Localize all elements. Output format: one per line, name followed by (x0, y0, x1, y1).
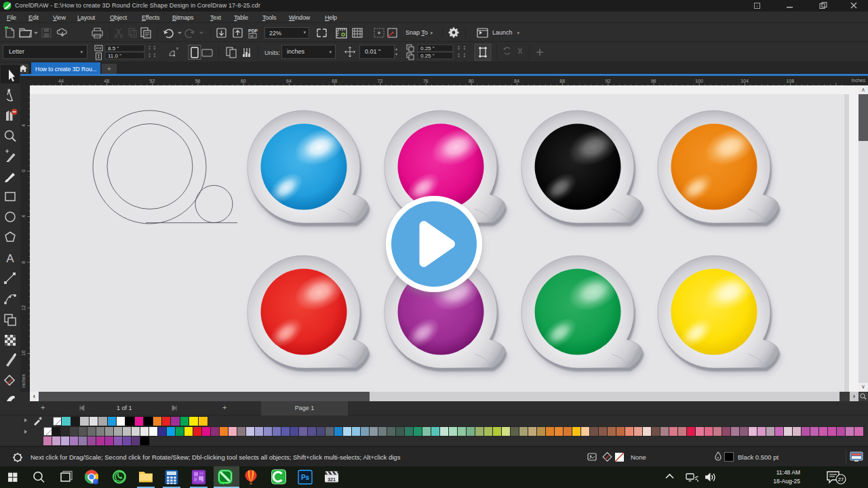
svg-text:76: 76 (423, 79, 429, 83)
svg-text:60: 60 (241, 79, 246, 83)
svg-text:48: 48 (104, 79, 109, 83)
svg-text:Units:: Units: (264, 49, 280, 56)
svg-text:0.25 ": 0.25 " (420, 53, 435, 59)
svg-text:PDF: PDF (248, 28, 258, 33)
svg-text:92: 92 (606, 79, 611, 83)
svg-text:8.5 ": 8.5 " (108, 45, 119, 52)
svg-text:56: 56 (195, 79, 201, 83)
svg-text:68: 68 (332, 79, 337, 83)
svg-text:0.25 ": 0.25 " (420, 45, 435, 52)
svg-text:72: 72 (378, 79, 383, 83)
svg-text:100: 100 (695, 79, 703, 83)
svg-text:108: 108 (786, 79, 794, 83)
svg-text:i: i (757, 4, 757, 8)
svg-text:84: 84 (514, 79, 519, 83)
svg-text:A: A (6, 252, 14, 265)
svg-text:44: 44 (58, 79, 64, 83)
svg-text:11.0 ": 11.0 " (108, 53, 121, 59)
svg-text:inches: inches (21, 373, 26, 388)
svg-text:27: 27 (838, 476, 844, 483)
svg-text:64: 64 (286, 79, 292, 83)
svg-text:80: 80 (469, 79, 474, 83)
svg-text:104: 104 (741, 79, 749, 83)
svg-text:88: 88 (559, 79, 565, 83)
svg-text:4: 4 (21, 215, 26, 218)
svg-text:96: 96 (651, 79, 656, 83)
svg-text:12: 12 (21, 305, 26, 310)
svg-text:Id: Id (250, 34, 254, 38)
svg-text:0: 0 (21, 169, 26, 172)
svg-text:16: 16 (21, 350, 26, 356)
svg-text:4: 4 (21, 124, 26, 127)
svg-text:8: 8 (21, 261, 26, 264)
svg-text:52: 52 (150, 79, 155, 83)
svg-text:Ps: Ps (301, 474, 310, 481)
svg-text:321: 321 (328, 477, 336, 482)
svg-text:Inches: Inches (851, 78, 865, 83)
